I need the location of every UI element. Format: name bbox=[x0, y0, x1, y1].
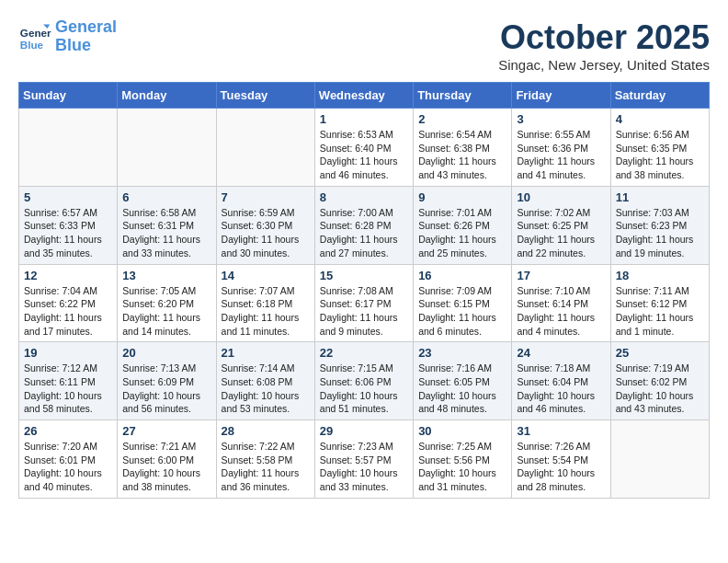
calendar-cell: 29Sunrise: 7:23 AM Sunset: 5:57 PM Dayli… bbox=[314, 420, 413, 499]
calendar-week-row: 26Sunrise: 7:20 AM Sunset: 6:01 PM Dayli… bbox=[19, 420, 710, 499]
calendar-cell: 12Sunrise: 7:04 AM Sunset: 6:22 PM Dayli… bbox=[19, 264, 118, 342]
calendar-cell bbox=[118, 109, 216, 187]
calendar-header-friday: Friday bbox=[512, 83, 610, 109]
day-number: 19 bbox=[24, 346, 112, 360]
calendar-week-row: 1Sunrise: 6:53 AM Sunset: 6:40 PM Daylig… bbox=[19, 109, 710, 187]
day-number: 20 bbox=[122, 346, 210, 360]
day-number: 27 bbox=[122, 424, 210, 438]
calendar-cell: 26Sunrise: 7:20 AM Sunset: 6:01 PM Dayli… bbox=[19, 420, 118, 499]
day-info: Sunrise: 6:54 AM Sunset: 6:38 PM Dayligh… bbox=[418, 128, 506, 182]
day-number: 10 bbox=[517, 190, 605, 204]
day-info: Sunrise: 7:26 AM Sunset: 5:54 PM Dayligh… bbox=[517, 440, 605, 494]
logo: General Blue GeneralBlue bbox=[18, 18, 117, 55]
day-info: Sunrise: 7:18 AM Sunset: 6:04 PM Dayligh… bbox=[517, 362, 605, 416]
calendar-header-monday: Monday bbox=[118, 83, 216, 109]
day-number: 30 bbox=[418, 424, 506, 438]
day-number: 22 bbox=[320, 346, 408, 360]
day-info: Sunrise: 7:09 AM Sunset: 6:15 PM Dayligh… bbox=[418, 284, 506, 339]
location: Singac, New Jersey, United States bbox=[498, 57, 710, 73]
calendar-cell: 13Sunrise: 7:05 AM Sunset: 6:20 PM Dayli… bbox=[118, 264, 216, 342]
day-info: Sunrise: 6:56 AM Sunset: 6:35 PM Dayligh… bbox=[616, 128, 704, 182]
day-number: 25 bbox=[616, 346, 704, 360]
day-info: Sunrise: 7:03 AM Sunset: 6:23 PM Dayligh… bbox=[616, 206, 704, 260]
day-info: Sunrise: 7:23 AM Sunset: 5:57 PM Dayligh… bbox=[320, 440, 408, 494]
calendar-cell: 16Sunrise: 7:09 AM Sunset: 6:15 PM Dayli… bbox=[414, 264, 512, 342]
day-info: Sunrise: 7:04 AM Sunset: 6:22 PM Dayligh… bbox=[24, 284, 112, 339]
day-number: 23 bbox=[418, 346, 506, 360]
logo-text: GeneralBlue bbox=[55, 18, 117, 55]
calendar-cell: 15Sunrise: 7:08 AM Sunset: 6:17 PM Dayli… bbox=[314, 264, 413, 342]
calendar-cell bbox=[610, 420, 709, 499]
calendar-header-sunday: Sunday bbox=[19, 83, 118, 109]
calendar-table: SundayMondayTuesdayWednesdayThursdayFrid… bbox=[18, 82, 710, 499]
calendar-header-row: SundayMondayTuesdayWednesdayThursdayFrid… bbox=[19, 83, 710, 109]
calendar-cell: 10Sunrise: 7:02 AM Sunset: 6:25 PM Dayli… bbox=[512, 186, 610, 264]
calendar-cell: 19Sunrise: 7:12 AM Sunset: 6:11 PM Dayli… bbox=[19, 342, 118, 420]
day-number: 3 bbox=[517, 112, 605, 126]
day-info: Sunrise: 7:11 AM Sunset: 6:12 PM Dayligh… bbox=[616, 284, 704, 339]
day-info: Sunrise: 7:25 AM Sunset: 5:56 PM Dayligh… bbox=[418, 440, 506, 494]
calendar-cell: 9Sunrise: 7:01 AM Sunset: 6:26 PM Daylig… bbox=[414, 186, 512, 264]
calendar-cell bbox=[216, 109, 314, 187]
calendar-header-tuesday: Tuesday bbox=[216, 83, 314, 109]
day-info: Sunrise: 7:07 AM Sunset: 6:18 PM Dayligh… bbox=[222, 284, 310, 339]
day-number: 1 bbox=[320, 112, 408, 126]
day-number: 14 bbox=[222, 269, 310, 282]
calendar-cell: 25Sunrise: 7:19 AM Sunset: 6:02 PM Dayli… bbox=[610, 342, 709, 420]
day-number: 15 bbox=[320, 269, 408, 282]
calendar-cell: 3Sunrise: 6:55 AM Sunset: 6:36 PM Daylig… bbox=[512, 109, 610, 187]
calendar-cell: 22Sunrise: 7:15 AM Sunset: 6:06 PM Dayli… bbox=[314, 342, 413, 420]
day-info: Sunrise: 7:02 AM Sunset: 6:25 PM Dayligh… bbox=[517, 206, 605, 260]
day-number: 6 bbox=[122, 190, 210, 204]
day-info: Sunrise: 7:00 AM Sunset: 6:28 PM Dayligh… bbox=[320, 206, 408, 260]
calendar-cell: 30Sunrise: 7:25 AM Sunset: 5:56 PM Dayli… bbox=[414, 420, 512, 499]
svg-text:Blue: Blue bbox=[20, 38, 44, 50]
calendar-cell: 7Sunrise: 6:59 AM Sunset: 6:30 PM Daylig… bbox=[216, 186, 314, 264]
calendar-cell: 4Sunrise: 6:56 AM Sunset: 6:35 PM Daylig… bbox=[610, 109, 709, 187]
day-info: Sunrise: 7:13 AM Sunset: 6:09 PM Dayligh… bbox=[122, 362, 210, 416]
calendar-cell: 20Sunrise: 7:13 AM Sunset: 6:09 PM Dayli… bbox=[118, 342, 216, 420]
day-number: 31 bbox=[517, 424, 605, 438]
calendar-cell: 28Sunrise: 7:22 AM Sunset: 5:58 PM Dayli… bbox=[216, 420, 314, 499]
day-info: Sunrise: 7:01 AM Sunset: 6:26 PM Dayligh… bbox=[418, 206, 506, 260]
day-info: Sunrise: 7:05 AM Sunset: 6:20 PM Dayligh… bbox=[122, 284, 210, 339]
day-number: 21 bbox=[222, 346, 310, 360]
calendar-week-row: 12Sunrise: 7:04 AM Sunset: 6:22 PM Dayli… bbox=[19, 264, 710, 342]
calendar-cell: 6Sunrise: 6:58 AM Sunset: 6:31 PM Daylig… bbox=[118, 186, 216, 264]
day-info: Sunrise: 7:22 AM Sunset: 5:58 PM Dayligh… bbox=[222, 440, 310, 494]
day-number: 16 bbox=[418, 269, 506, 282]
month-title: October 2025 bbox=[498, 18, 710, 57]
day-info: Sunrise: 7:21 AM Sunset: 6:00 PM Dayligh… bbox=[122, 440, 210, 494]
calendar-cell: 5Sunrise: 6:57 AM Sunset: 6:33 PM Daylig… bbox=[19, 186, 118, 264]
day-number: 24 bbox=[517, 346, 605, 360]
day-info: Sunrise: 6:55 AM Sunset: 6:36 PM Dayligh… bbox=[517, 128, 605, 182]
day-number: 2 bbox=[418, 112, 506, 126]
svg-text:General: General bbox=[20, 27, 51, 39]
day-info: Sunrise: 7:20 AM Sunset: 6:01 PM Dayligh… bbox=[24, 440, 112, 494]
calendar-cell: 23Sunrise: 7:16 AM Sunset: 6:05 PM Dayli… bbox=[414, 342, 512, 420]
day-number: 13 bbox=[122, 269, 210, 282]
title-block: October 2025 Singac, New Jersey, United … bbox=[498, 18, 710, 73]
calendar-week-row: 5Sunrise: 6:57 AM Sunset: 6:33 PM Daylig… bbox=[19, 186, 710, 264]
day-number: 26 bbox=[24, 424, 112, 438]
calendar-cell: 24Sunrise: 7:18 AM Sunset: 6:04 PM Dayli… bbox=[512, 342, 610, 420]
calendar-cell bbox=[19, 109, 118, 187]
day-number: 7 bbox=[222, 190, 310, 204]
calendar-cell: 21Sunrise: 7:14 AM Sunset: 6:08 PM Dayli… bbox=[216, 342, 314, 420]
calendar-cell: 2Sunrise: 6:54 AM Sunset: 6:38 PM Daylig… bbox=[414, 109, 512, 187]
calendar-week-row: 19Sunrise: 7:12 AM Sunset: 6:11 PM Dayli… bbox=[19, 342, 710, 420]
calendar-cell: 27Sunrise: 7:21 AM Sunset: 6:00 PM Dayli… bbox=[118, 420, 216, 499]
day-number: 18 bbox=[616, 269, 704, 282]
page-header: General Blue GeneralBlue October 2025 Si… bbox=[18, 18, 710, 73]
day-info: Sunrise: 7:16 AM Sunset: 6:05 PM Dayligh… bbox=[418, 362, 506, 416]
calendar-cell: 8Sunrise: 7:00 AM Sunset: 6:28 PM Daylig… bbox=[314, 186, 413, 264]
logo-icon: General Blue bbox=[18, 20, 51, 53]
day-number: 11 bbox=[616, 190, 704, 204]
day-info: Sunrise: 7:19 AM Sunset: 6:02 PM Dayligh… bbox=[616, 362, 704, 416]
calendar-header-thursday: Thursday bbox=[414, 83, 512, 109]
calendar-cell: 1Sunrise: 6:53 AM Sunset: 6:40 PM Daylig… bbox=[314, 109, 413, 187]
day-info: Sunrise: 7:14 AM Sunset: 6:08 PM Dayligh… bbox=[222, 362, 310, 416]
calendar-header-wednesday: Wednesday bbox=[314, 83, 413, 109]
day-info: Sunrise: 6:53 AM Sunset: 6:40 PM Dayligh… bbox=[320, 128, 408, 182]
day-info: Sunrise: 6:59 AM Sunset: 6:30 PM Dayligh… bbox=[222, 206, 310, 260]
